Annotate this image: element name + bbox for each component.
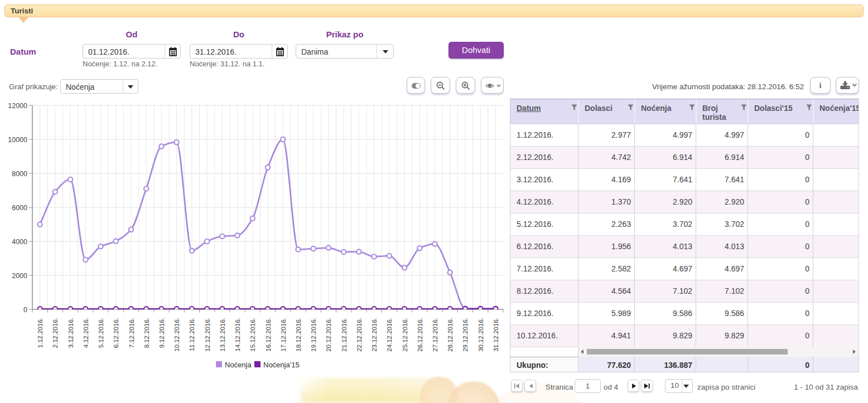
svg-text:1.12.2016.: 1.12.2016. (37, 318, 44, 348)
svg-text:21.12.2016.: 21.12.2016. (341, 318, 348, 352)
svg-text:3.12.2016.: 3.12.2016. (67, 318, 74, 348)
svg-text:30.12.2016.: 30.12.2016. (478, 318, 484, 352)
svg-text:31.12.2016.: 31.12.2016. (493, 318, 499, 352)
svg-text:2.12.2016.: 2.12.2016. (52, 318, 59, 348)
svg-text:17.12.2016.: 17.12.2016. (280, 318, 287, 352)
svg-text:13.12.2016.: 13.12.2016. (219, 318, 226, 352)
svg-text:12.12.2016.: 12.12.2016. (204, 318, 211, 352)
svg-text:19.12.2016.: 19.12.2016. (310, 318, 317, 352)
svg-text:10.12.2016.: 10.12.2016. (173, 318, 180, 352)
svg-text:28.12.2016.: 28.12.2016. (447, 318, 454, 352)
svg-text:8000: 8000 (12, 170, 27, 178)
svg-text:26.12.2016.: 26.12.2016. (417, 318, 423, 352)
svg-text:0: 0 (23, 306, 27, 314)
svg-text:15.12.2016.: 15.12.2016. (249, 318, 256, 352)
svg-text:27.12.2016.: 27.12.2016. (432, 318, 438, 352)
svg-text:7.12.2016.: 7.12.2016. (128, 318, 135, 348)
svg-text:2000: 2000 (12, 272, 27, 280)
svg-text:23.12.2016.: 23.12.2016. (371, 318, 378, 352)
svg-text:18.12.2016.: 18.12.2016. (295, 318, 302, 352)
svg-text:22.12.2016.: 22.12.2016. (356, 318, 363, 352)
svg-text:11.12.2016.: 11.12.2016. (189, 318, 195, 351)
svg-text:25.12.2016.: 25.12.2016. (402, 318, 408, 352)
svg-text:5.12.2016.: 5.12.2016. (98, 318, 104, 348)
svg-text:6.12.2016.: 6.12.2016. (113, 318, 119, 348)
svg-text:8.12.2016.: 8.12.2016. (143, 318, 150, 348)
svg-text:9.12.2016.: 9.12.2016. (158, 318, 165, 348)
svg-text:24.12.2016.: 24.12.2016. (386, 318, 393, 352)
svg-text:12000: 12000 (8, 102, 27, 110)
svg-text:10000: 10000 (8, 136, 27, 144)
svg-text:29.12.2016.: 29.12.2016. (462, 318, 469, 352)
svg-text:20.12.2016.: 20.12.2016. (325, 318, 332, 352)
svg-text:6000: 6000 (12, 204, 27, 212)
svg-text:14.12.2016.: 14.12.2016. (234, 318, 241, 352)
svg-text:4.12.2016.: 4.12.2016. (83, 318, 89, 348)
svg-text:4000: 4000 (12, 238, 27, 246)
svg-text:16.12.2016.: 16.12.2016. (265, 318, 272, 352)
